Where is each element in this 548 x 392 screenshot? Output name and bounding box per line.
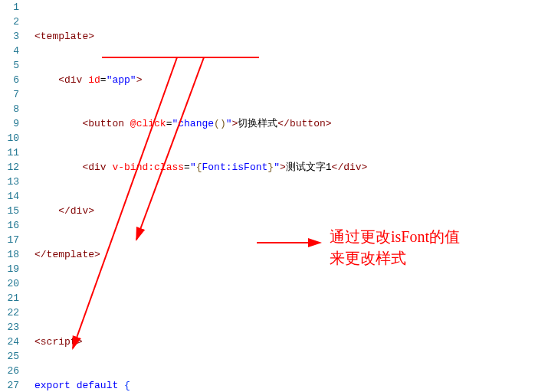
line-number: 9: [0, 116, 27, 131]
line-number: 11: [0, 145, 27, 160]
line-number: 6: [0, 73, 27, 87]
code-line: <script>: [34, 335, 367, 349]
line-number: 8: [0, 102, 27, 116]
line-number: 22: [0, 305, 27, 320]
line-number: 4: [0, 44, 27, 58]
line-number: 10: [0, 131, 27, 145]
line-number: 13: [0, 175, 27, 189]
line-number-gutter: 1 2 3 4 5 6 7 8 9 10 11 12 13 14 15 16 1…: [0, 0, 27, 392]
line-number: 5: [0, 58, 27, 73]
line-number: 23: [0, 320, 27, 335]
code-line: export default {: [34, 378, 367, 392]
line-number: 12: [0, 160, 27, 175]
code-editor: 1 2 3 4 5 6 7 8 9 10 11 12 13 14 15 16 1…: [0, 0, 548, 392]
code-line: </template>: [34, 247, 367, 262]
line-number: 14: [0, 189, 27, 204]
line-number: 16: [0, 218, 27, 233]
line-number: 15: [0, 204, 27, 218]
annotation-line: 来更改样式: [330, 247, 460, 269]
line-number: 18: [0, 247, 27, 262]
line-number: 7: [0, 87, 27, 102]
line-number: 17: [0, 233, 27, 247]
line-number: 1: [0, 0, 27, 15]
code-line: <div id="app">: [34, 73, 367, 87]
annotation-text: 通过更改isFont的值 来更改样式: [330, 226, 460, 269]
annotation-line: 通过更改isFont的值: [330, 226, 460, 247]
code-line: <div v-bind:class="{Font:isFont}">测试文字1<…: [34, 160, 367, 175]
line-number: 2: [0, 15, 27, 29]
code-line: </div>: [34, 204, 367, 218]
line-number: 27: [0, 378, 27, 392]
code-line: <template>: [34, 29, 367, 44]
code-line: [34, 291, 367, 305]
line-number: 3: [0, 29, 27, 44]
code-area[interactable]: <template> <div id="app"> <button @click…: [34, 0, 367, 392]
line-number: 20: [0, 276, 27, 291]
line-number: 19: [0, 262, 27, 276]
line-number: 21: [0, 291, 27, 305]
line-number: 24: [0, 335, 27, 349]
code-line: <button @click="change()">切换样式</button>: [34, 116, 367, 131]
line-number: 26: [0, 364, 27, 378]
line-number: 25: [0, 349, 27, 364]
